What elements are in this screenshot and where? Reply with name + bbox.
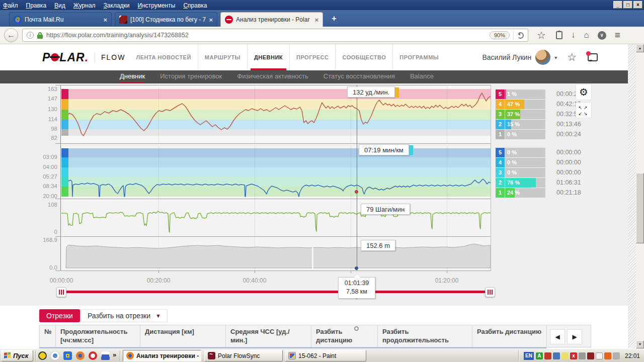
scroll-down-button[interactable]: ▼: [636, 340, 644, 348]
pace-zone-row[interactable]: 50 %00:00:00: [496, 148, 596, 157]
subnav-item[interactable]: Статус восстановления: [324, 71, 395, 83]
pace-zone-row[interactable]: 30 %00:00:00: [496, 168, 596, 177]
slider-handle-left[interactable]: [56, 287, 66, 297]
reload-icon[interactable]: [517, 32, 524, 39]
tray-bug-icon[interactable]: [544, 352, 551, 359]
notifications-icon[interactable]: [588, 53, 598, 61]
ql-opera-icon[interactable]: [89, 351, 97, 360]
ql-save-icon[interactable]: [101, 351, 110, 360]
ql-chrome-icon[interactable]: [51, 351, 59, 360]
url-text[interactable]: https://flow.polar.com/training/analysis…: [46, 32, 486, 39]
heart-rate-chart[interactable]: 1631471301149882: [0, 85, 496, 143]
menu-item-Журнал[interactable]: Журнал: [73, 2, 96, 9]
plot-area[interactable]: [61, 200, 491, 236]
info-icon[interactable]: i: [27, 32, 34, 39]
scrollbar-thumb[interactable]: [636, 173, 644, 243]
tab-close-icon[interactable]: ×: [314, 16, 318, 24]
slider-handle-right[interactable]: [485, 287, 495, 297]
url-bar[interactable]: i https://flow.polar.com/training/analys…: [22, 29, 528, 42]
menu-item-Файл[interactable]: Файл: [3, 2, 18, 9]
restore-button[interactable]: □: [623, 1, 632, 9]
polar-nav-item[interactable]: ДНЕВНИК: [247, 44, 289, 70]
column-header[interactable]: Разбить продолжительность: [378, 325, 472, 347]
downloads-icon[interactable]: ↓: [571, 30, 576, 40]
polar-nav-item[interactable]: ПРОГРЕСС: [289, 44, 335, 70]
column-header[interactable]: Разбить дистанцию: [472, 325, 547, 347]
hr-zone-row[interactable]: 10 %00:00:24: [496, 130, 596, 139]
home-icon[interactable]: ⌂: [584, 30, 589, 40]
fullscreen-expand-button[interactable]: ↖↗↙↘: [576, 102, 592, 118]
bookmarks-panel-icon[interactable]: [556, 31, 562, 39]
tray-mail-icon[interactable]: [596, 352, 603, 359]
range-slider[interactable]: [0, 287, 628, 298]
scroll-up-button[interactable]: ▲: [636, 44, 644, 52]
close-window-button[interactable]: ×: [633, 1, 642, 9]
hr-zone-row[interactable]: 215 %00:13:46: [496, 120, 596, 129]
task-paint[interactable]: 15-062 - Paint: [285, 350, 366, 361]
column-header[interactable]: №: [40, 325, 56, 347]
chart-cursor-line[interactable]: [357, 85, 357, 270]
bookmark-star-icon[interactable]: ☆: [537, 30, 546, 40]
polar-nav-item[interactable]: ЛЕНТА НОВОСТЕЙ: [129, 44, 197, 70]
cadence-chart[interactable]: 1080: [0, 200, 496, 236]
polar-nav-item[interactable]: СООБЩЕСТВО: [335, 44, 392, 70]
back-button[interactable]: ←: [4, 28, 18, 42]
tray-webcam-icon[interactable]: [579, 352, 586, 359]
tray-punto-icon[interactable]: A: [536, 352, 543, 359]
tab-close-icon[interactable]: ×: [209, 16, 213, 24]
subnav-item[interactable]: Физическая активность: [237, 71, 308, 83]
zoom-level-badge[interactable]: 90%: [490, 31, 510, 39]
prev-page-button[interactable]: ◀: [550, 329, 565, 344]
avatar[interactable]: [535, 50, 550, 65]
tray-opera-icon[interactable]: [587, 352, 594, 359]
ql-mailru-icon[interactable]: [63, 351, 72, 360]
pace-zone-row[interactable]: 40 %00:00:00: [496, 158, 596, 167]
subnav-item[interactable]: История тренировок: [160, 71, 222, 83]
split-segments-dropdown[interactable]: Разбить на отрезки▼: [81, 309, 168, 322]
tab-mailru[interactable]: @ Почта Mail.Ru ×: [9, 12, 112, 27]
subnav-item[interactable]: Balance: [410, 71, 434, 83]
task-firefox-analysis[interactable]: Анализ тренировки - ...: [123, 350, 201, 361]
menu-item-Вид[interactable]: Вид: [54, 2, 65, 9]
settings-gear-button[interactable]: ⚙: [576, 84, 592, 100]
column-header[interactable]: Продолжительность [чч:мм:сс]: [56, 325, 140, 347]
pace-zone-row[interactable]: 276 %01:06:31: [496, 178, 596, 188]
quicklaunch-overflow-icon[interactable]: »: [113, 351, 116, 358]
tray-volume-icon[interactable]: [613, 352, 620, 359]
tab-stodnevka[interactable]: [100] Стодневка по бегу - 7... ×: [115, 12, 217, 27]
column-header[interactable]: Разбить дистанцию: [311, 325, 378, 347]
polar-nav-item[interactable]: МАРШРУТЫ: [198, 44, 247, 70]
tab-polar-analysis[interactable]: Анализ тренировки - Polar F... ×: [220, 12, 323, 27]
language-indicator[interactable]: EN: [524, 352, 534, 360]
subnav-item[interactable]: Дневник: [120, 71, 145, 83]
slider-track[interactable]: [65, 291, 488, 293]
pace-zone-row[interactable]: 124 %00:21:18: [496, 188, 596, 198]
tray-notes-icon[interactable]: [561, 352, 569, 359]
vertical-scrollbar[interactable]: ▲ ▼: [636, 44, 644, 348]
minimize-button[interactable]: _: [613, 1, 622, 9]
new-tab-button[interactable]: +: [328, 14, 340, 23]
column-header[interactable]: Дистанция [км]: [140, 325, 226, 347]
polar-logo[interactable]: PLAR.: [42, 51, 89, 64]
next-page-button[interactable]: ▶: [567, 329, 582, 344]
pocket-icon[interactable]: ∨: [598, 31, 606, 40]
hamburger-menu-icon[interactable]: ≡: [615, 30, 620, 40]
favorites-star-icon[interactable]: ☆: [567, 51, 577, 63]
menu-item-Закладки[interactable]: Закладки: [104, 2, 130, 9]
menu-item-Справка[interactable]: Справка: [183, 2, 207, 9]
plot-area[interactable]: [61, 85, 491, 143]
altitude-chart[interactable]: 168.90.0: [0, 237, 496, 270]
user-name[interactable]: Василий Лукин: [482, 53, 531, 61]
start-button[interactable]: Пуск: [1, 350, 33, 361]
tray-security-shield-icon[interactable]: x: [570, 352, 577, 359]
ql-app-icon[interactable]: [38, 351, 47, 360]
polar-nav-item[interactable]: ПРОГРАММЫ: [392, 44, 445, 70]
pace-chart[interactable]: 03:0904:0005:2708:3420:00: [0, 146, 496, 199]
ql-firefox-icon[interactable]: [76, 351, 85, 360]
tray-network-icon[interactable]: [553, 352, 560, 359]
plot-area[interactable]: [61, 237, 491, 270]
menu-item-Инструменты[interactable]: Инструменты: [138, 2, 176, 9]
tab-close-icon[interactable]: ×: [103, 16, 107, 24]
task-flowsync[interactable]: Polar FlowSync: [204, 350, 283, 361]
user-menu-caret-icon[interactable]: ▾: [554, 55, 557, 60]
